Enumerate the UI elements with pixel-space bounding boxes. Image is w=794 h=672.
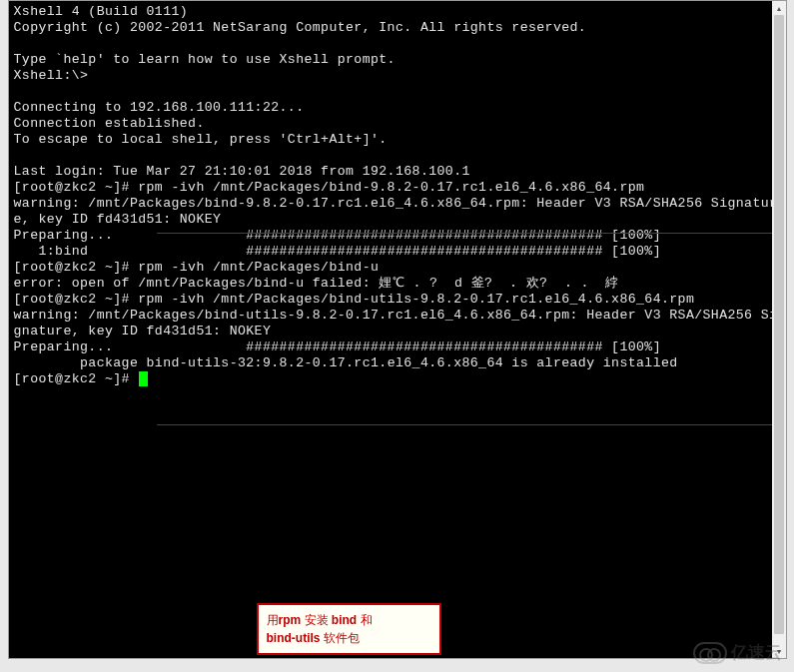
- terminal-line: [14, 84, 781, 100]
- terminal-line: Copyright (c) 2002-2011 NetSarang Comput…: [14, 20, 781, 36]
- terminal-line: To escape to local shell, press 'Ctrl+Al…: [14, 132, 781, 148]
- scroll-up-arrow-icon[interactable]: ▴: [772, 1, 786, 15]
- terminal-line: 1:bind #################################…: [14, 244, 781, 260]
- cursor-icon: [139, 371, 148, 386]
- terminal-line: Connection established.: [14, 116, 781, 132]
- cloud-logo-icon: [693, 642, 727, 664]
- highlight-underline-1: [157, 233, 778, 234]
- terminal-output: Xshell 4 (Build 0111)Copyright (c) 2002-…: [9, 1, 786, 390]
- terminal-line: [root@zkc2 ~]# rpm -ivh /mnt/Packages/bi…: [14, 180, 781, 196]
- terminal-line: error: open of /mnt/Packages/bind-u fail…: [14, 276, 781, 292]
- highlight-underline-2: [157, 424, 778, 425]
- terminal-line: warning: /mnt/Packages/bind-9.8.2-0.17.r…: [14, 196, 781, 228]
- terminal-line: warning: /mnt/Packages/bind-utils-9.8.2-…: [14, 308, 781, 339]
- scrollbar-thumb[interactable]: [774, 15, 784, 634]
- terminal-line: [root@zkc2 ~]# rpm -ivh /mnt/Packages/bi…: [14, 260, 781, 276]
- terminal-line: Preparing... ###########################…: [14, 228, 781, 244]
- terminal-line: Type `help' to learn how to use Xshell p…: [14, 52, 781, 68]
- terminal-line: Connecting to 192.168.100.111:22...: [14, 100, 781, 116]
- annotation-text: 用rpm 安装 bind 和 bind-utils 软件包: [267, 613, 373, 645]
- terminal-line: Xshell 4 (Build 0111): [14, 4, 781, 20]
- terminal-line: [14, 148, 781, 164]
- terminal-line: Last login: Tue Mar 27 21:10:01 2018 fro…: [14, 164, 781, 180]
- terminal-line: Preparing... ###########################…: [14, 339, 781, 355]
- terminal-line: Xshell:\>: [14, 68, 781, 84]
- terminal-line: [14, 36, 781, 52]
- vertical-scrollbar[interactable]: ▴ ▾: [772, 1, 786, 658]
- annotation-callout: 用rpm 安装 bind 和 bind-utils 软件包: [257, 603, 441, 655]
- terminal-line: [root@zkc2 ~]#: [14, 371, 781, 387]
- terminal-line: package bind-utils-32:9.8.2-0.17.rc1.el6…: [14, 355, 781, 371]
- terminal-window[interactable]: Xshell 4 (Build 0111)Copyright (c) 2002-…: [8, 0, 787, 659]
- watermark: 亿速云: [693, 641, 782, 664]
- watermark-text: 亿速云: [731, 641, 782, 664]
- terminal-line: [root@zkc2 ~]# rpm -ivh /mnt/Packages/bi…: [14, 292, 781, 308]
